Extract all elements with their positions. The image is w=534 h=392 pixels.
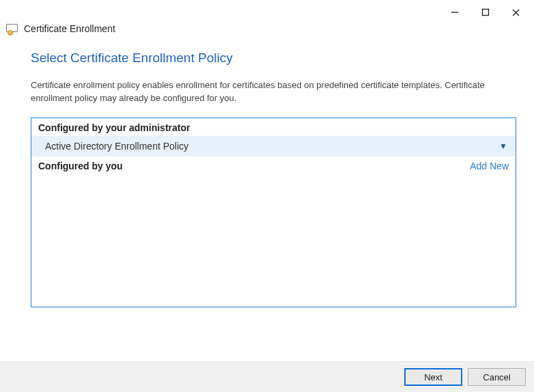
wizard-header: Certificate Enrollment xyxy=(0,22,534,34)
user-section-title: Configured by you xyxy=(38,160,123,171)
policy-item-label: Active Directory Enrollment Policy xyxy=(45,141,188,152)
add-new-link[interactable]: Add New xyxy=(470,160,509,171)
footer-bar: Next Cancel xyxy=(0,361,534,392)
page-title: Select Certificate Enrollment Policy xyxy=(31,51,516,66)
page-description: Certificate enrollment policy enables en… xyxy=(31,79,516,105)
minimize-button[interactable] xyxy=(439,3,470,22)
policy-list-box: Configured by your administrator Active … xyxy=(31,117,516,307)
admin-section-header: Configured by your administrator xyxy=(31,118,516,136)
cancel-button[interactable]: Cancel xyxy=(468,368,526,386)
close-button[interactable] xyxy=(501,3,531,22)
next-button[interactable]: Next xyxy=(404,368,462,386)
content-area: Select Certificate Enrollment Policy Cer… xyxy=(0,34,534,307)
svg-rect-1 xyxy=(482,10,488,16)
user-section-header: Configured by you Add New xyxy=(31,156,516,174)
window-titlebar xyxy=(0,0,534,22)
maximize-button[interactable] xyxy=(470,3,501,22)
certificate-icon xyxy=(6,24,18,34)
policy-item-ad-enrollment[interactable]: Active Directory Enrollment Policy ▼ xyxy=(31,136,516,156)
chevron-down-icon: ▼ xyxy=(499,141,507,151)
wizard-title: Certificate Enrollment xyxy=(24,23,115,34)
admin-section-title: Configured by your administrator xyxy=(38,122,190,133)
